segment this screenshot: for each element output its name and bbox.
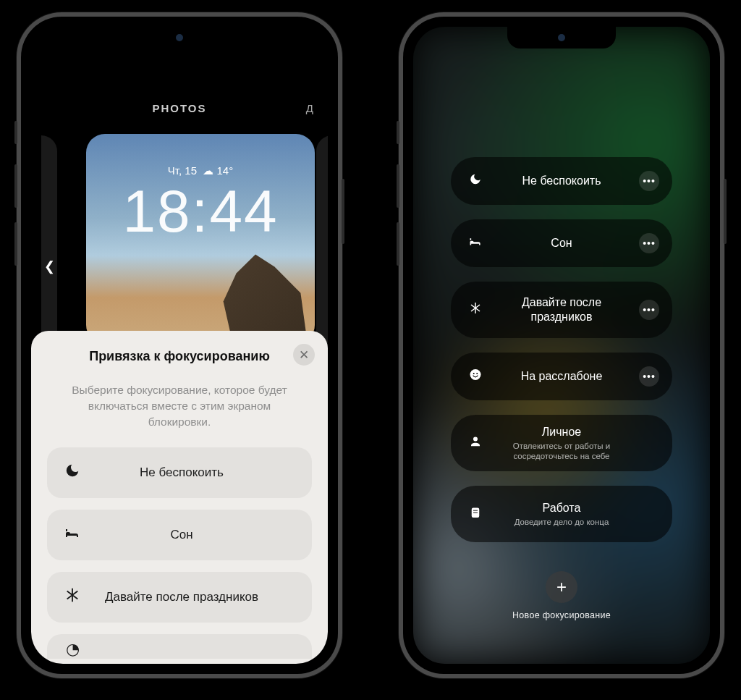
- person-icon: [465, 435, 486, 452]
- add-focus-label: Новое фокусирование: [512, 610, 611, 620]
- add-focus-button[interactable]: +: [546, 571, 577, 603]
- wallpaper-category-peek: Д: [306, 102, 313, 114]
- more-button[interactable]: •••: [639, 300, 659, 320]
- focus-mode-label: Давайте после праздников: [491, 295, 632, 324]
- focus-mode-label: Работа: [491, 501, 632, 515]
- svg-point-2: [476, 373, 478, 374]
- wallpaper-category-label: PHOTOS: [31, 102, 328, 114]
- svg-rect-6: [473, 513, 478, 514]
- focus-option-sleep[interactable]: Сон: [47, 510, 312, 560]
- notch: [125, 27, 234, 49]
- more-button[interactable]: •••: [639, 233, 659, 253]
- focus-mode-personal[interactable]: Личное Отвлекитесь от работы и сосредото…: [451, 415, 672, 471]
- add-focus-section: + Новое фокусирование: [512, 571, 611, 620]
- bed-icon: [64, 524, 81, 546]
- wallpaper-carousel-prev[interactable]: [41, 135, 57, 360]
- svg-point-0: [470, 369, 481, 380]
- svg-point-3: [473, 437, 478, 442]
- focus-mode-label: На расслабоне: [491, 369, 632, 384]
- lockscreen-clock: 18:44: [86, 177, 315, 245]
- weather-icon: ☁: [203, 164, 213, 177]
- more-button[interactable]: •••: [639, 171, 659, 191]
- focus-option-label: Давайте после праздников: [98, 590, 312, 604]
- sheet-subtitle: Выберите фокусирование, которое будет вк…: [47, 382, 312, 447]
- close-icon: ✕: [299, 347, 309, 363]
- focus-mode-work[interactable]: Работа Доведите дело до конца: [451, 486, 672, 542]
- close-button[interactable]: ✕: [293, 344, 315, 366]
- svg-point-1: [473, 373, 475, 374]
- bed-icon: [465, 235, 486, 253]
- moon-icon: [465, 173, 486, 190]
- focus-option-more[interactable]: ◔: [47, 634, 312, 659]
- focus-mode-dnd[interactable]: Не беспокоить •••: [451, 157, 672, 205]
- smile-icon: [465, 368, 486, 385]
- focus-mode-label: Личное: [491, 425, 632, 439]
- focus-option-label: Сон: [98, 528, 312, 542]
- focus-modes-list: Не беспокоить ••• Сон ••• Давайте после …: [451, 157, 672, 542]
- wallpaper-preview-card[interactable]: Чт, 15 ☁ 14° 18:44: [86, 134, 315, 344]
- clock-icon: ◔: [66, 640, 80, 659]
- focus-mode-subtitle: Доведите дело до конца: [491, 517, 632, 527]
- lockscreen-date: Чт, 15 ☁ 14°: [86, 164, 315, 177]
- focus-mode-relax[interactable]: На расслабоне •••: [451, 353, 672, 400]
- focus-option-label: Не беспокоить: [98, 465, 312, 480]
- focus-mode-label: Сон: [491, 236, 632, 250]
- more-button[interactable]: •••: [639, 366, 659, 387]
- wallpaper-carousel-next[interactable]: [316, 135, 328, 360]
- phone-mockup-right: Не беспокоить ••• Сон ••• Давайте после …: [399, 12, 724, 678]
- snowflake-icon: [64, 587, 80, 607]
- sheet-title: Привязка к фокусированию: [47, 348, 312, 365]
- focus-mode-holidays[interactable]: Давайте после праздников •••: [451, 282, 672, 338]
- moon-icon: [64, 463, 80, 483]
- focus-mode-label: Не беспокоить: [491, 174, 632, 188]
- focus-option-dnd[interactable]: Не беспокоить: [47, 447, 312, 498]
- focus-link-sheet: ✕ Привязка к фокусированию Выберите фоку…: [31, 331, 328, 664]
- focus-mode-sleep[interactable]: Сон •••: [451, 219, 672, 267]
- focus-option-holidays[interactable]: Давайте после праздников: [47, 572, 312, 623]
- svg-rect-5: [473, 510, 478, 512]
- notch: [507, 27, 616, 49]
- focus-mode-subtitle: Отвлекитесь от работы и сосредоточьтесь …: [491, 441, 632, 462]
- badge-icon: [465, 506, 486, 523]
- phone-mockup-left: PHOTOS Д Чт, 15 ☁ 14° 18:44 ✕: [17, 12, 342, 678]
- snowflake-icon: [465, 302, 486, 319]
- plus-icon: +: [556, 577, 567, 597]
